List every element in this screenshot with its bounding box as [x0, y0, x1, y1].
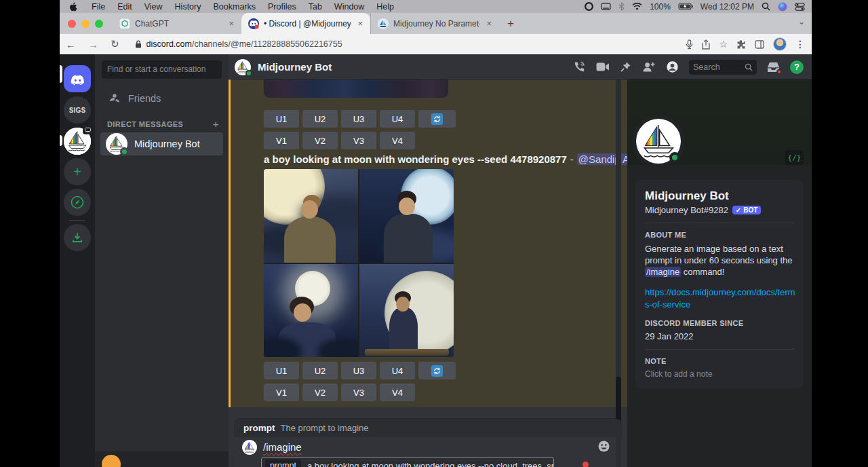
menubar-item-profiles[interactable]: Profiles: [262, 2, 302, 12]
menubar-item-file[interactable]: File: [85, 2, 111, 12]
close-window-button[interactable]: [68, 20, 76, 28]
screenshot-frame: Chrome File Edit View History Bookmarks …: [0, 0, 868, 467]
address-bar[interactable]: discord.com/channels/@me/112828885506221…: [135, 39, 686, 49]
u4-button[interactable]: U4: [380, 362, 415, 379]
sidebar-item-friends[interactable]: Friends: [100, 88, 223, 109]
imagine-command-chip[interactable]: /imagine: [645, 267, 681, 277]
user-avatar[interactable]: [102, 455, 121, 467]
variation-button-row: V1 V2 V3 V4: [264, 384, 415, 401]
display-icon[interactable]: [601, 3, 611, 11]
add-server-button[interactable]: +: [64, 158, 91, 185]
discord-home-button[interactable]: [64, 65, 91, 92]
v2-button[interactable]: V2: [302, 384, 338, 401]
tab-close-icon[interactable]: ×: [484, 18, 494, 29]
note-input[interactable]: Click to add a note: [645, 369, 794, 379]
online-status-dot: [120, 147, 129, 156]
minimize-window-button[interactable]: [81, 20, 90, 28]
reroll-button[interactable]: [418, 362, 456, 379]
help-button[interactable]: ?: [790, 60, 804, 74]
mic-icon[interactable]: [686, 39, 693, 50]
create-dm-icon[interactable]: +: [213, 118, 219, 130]
u3-button[interactable]: U3: [341, 110, 376, 128]
wifi-icon[interactable]: [632, 3, 642, 10]
smiley-icon: [597, 440, 610, 453]
profile-tag: Midjourney Bot#9282: [645, 205, 728, 215]
add-friend-to-dm-icon[interactable]: [642, 61, 656, 73]
u2-button[interactable]: U2: [302, 362, 338, 379]
search-input[interactable]: Search: [689, 60, 757, 75]
siri-icon[interactable]: [778, 2, 787, 12]
u2-button[interactable]: U2: [302, 110, 338, 128]
battery-icon: [678, 3, 693, 10]
v1-button[interactable]: V1: [264, 132, 299, 149]
reload-button[interactable]: ↻: [104, 38, 125, 50]
control-center-icon[interactable]: [795, 3, 805, 11]
download-apps-button[interactable]: [64, 224, 91, 251]
spotlight-search-icon[interactable]: [762, 2, 770, 11]
reroll-button[interactable]: [418, 110, 456, 128]
channel-header: Midjourney Bot Search ?: [229, 54, 812, 79]
video-call-icon[interactable]: [596, 62, 610, 72]
tab-close-icon[interactable]: ×: [226, 18, 236, 29]
u4-button[interactable]: U4: [380, 110, 415, 128]
server-icon-sigs[interactable]: SIGS: [64, 96, 91, 124]
menubar-item-edit[interactable]: Edit: [111, 2, 138, 12]
back-button[interactable]: ←: [60, 39, 82, 50]
generated-image-grid[interactable]: [264, 169, 454, 357]
prompt-option-input[interactable]: prompt a boy looking at moon with wonder…: [261, 457, 554, 467]
v2-button[interactable]: V2: [302, 132, 338, 149]
menubar-item-history[interactable]: History: [169, 2, 208, 12]
menubar-item-view[interactable]: View: [138, 2, 169, 12]
reroll-icon: [431, 113, 443, 125]
side-panel-icon[interactable]: [755, 40, 764, 49]
upscale-button-row: U1 U2 U3 U4: [264, 362, 456, 379]
u1-button[interactable]: U1: [264, 362, 299, 379]
chrome-profile-avatar[interactable]: [773, 37, 787, 51]
tab-chatgpt[interactable]: ChatGPT ×: [113, 13, 241, 34]
share-icon[interactable]: [702, 39, 710, 50]
emoji-picker-button[interactable]: [597, 440, 610, 455]
zoom-window-button[interactable]: [95, 20, 103, 28]
v1-button[interactable]: V1: [264, 384, 299, 401]
window-controls: [60, 13, 113, 34]
dm-item-midjourney-bot[interactable]: Midjourney Bot: [100, 132, 223, 155]
slash-command-text[interactable]: /imagine: [263, 441, 302, 453]
new-tab-button[interactable]: +: [499, 13, 522, 34]
tab-discord[interactable]: • Discord | @Midjourney Bot ×: [241, 13, 370, 34]
terms-of-service-link[interactable]: https://docs.midjourney.com/docs/terms-o…: [645, 286, 798, 311]
u3-button[interactable]: U3: [341, 362, 376, 379]
profile-avatar[interactable]: [636, 119, 681, 164]
menubar-item-help[interactable]: Help: [370, 2, 400, 12]
conversation-search-button[interactable]: Find or start a conversation: [102, 60, 222, 78]
tab-close-icon[interactable]: ×: [355, 18, 365, 29]
divider: [645, 223, 794, 223]
bluetooth-icon[interactable]: [618, 2, 625, 11]
menubar-item-bookmarks[interactable]: Bookmarks: [207, 2, 262, 12]
apple-menu-icon[interactable]: [69, 2, 77, 12]
v3-button[interactable]: V3: [341, 384, 376, 401]
slash-command-hint[interactable]: prompt The prompt to imagine: [234, 419, 622, 437]
user-profile-toggle-icon[interactable]: [666, 60, 679, 73]
tab-search-chevron-icon[interactable]: ⌄: [798, 17, 805, 26]
record-icon[interactable]: [585, 2, 593, 11]
generated-image-grid-partial[interactable]: [264, 79, 448, 98]
chrome-menu-icon[interactable]: ⋮: [795, 39, 805, 50]
tab-midjourney[interactable]: Midjourney No Parameter ×: [370, 13, 499, 34]
u1-button[interactable]: U1: [264, 110, 299, 128]
v4-button[interactable]: V4: [380, 132, 415, 149]
menubar-clock[interactable]: Wed 12:02 PM: [701, 2, 754, 12]
voice-call-icon[interactable]: [573, 60, 586, 73]
server-icon-midjourney[interactable]: [64, 128, 91, 155]
menubar-item-tab[interactable]: Tab: [302, 2, 328, 12]
v3-button[interactable]: V3: [341, 132, 376, 149]
v4-button[interactable]: V4: [380, 384, 415, 401]
bookmark-star-icon[interactable]: ☆: [719, 39, 728, 50]
inbox-button[interactable]: [767, 61, 780, 73]
forward-button[interactable]: →: [82, 39, 104, 50]
explore-servers-button[interactable]: [64, 189, 91, 216]
pin-icon[interactable]: [620, 61, 631, 73]
lock-icon: [135, 40, 142, 48]
composer-bot-avatar: [242, 440, 257, 455]
extensions-puzzle-icon[interactable]: [736, 39, 746, 49]
menubar-item-window[interactable]: Window: [328, 2, 370, 12]
